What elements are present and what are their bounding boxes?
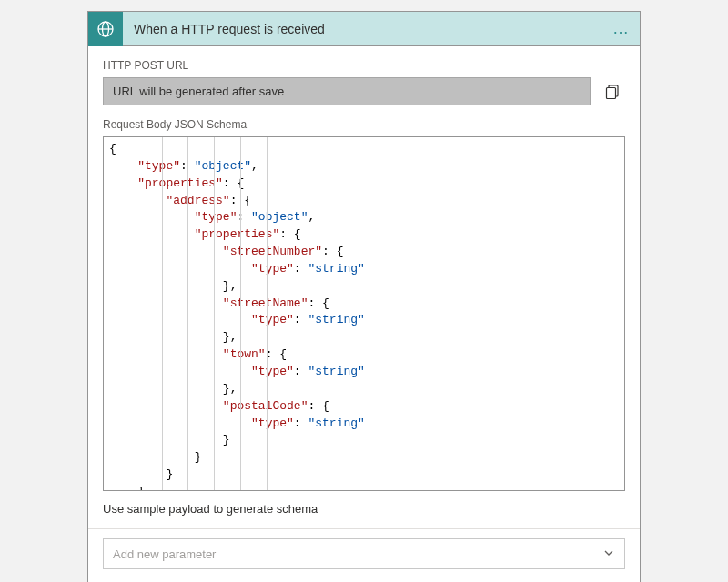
- card-title: When a HTTP request is received: [123, 22, 603, 36]
- copy-url-button[interactable]: [600, 77, 625, 105]
- trigger-card: When a HTTP request is received … HTTP P…: [87, 11, 641, 582]
- card-header[interactable]: When a HTTP request is received …: [88, 12, 640, 46]
- add-param-placeholder: Add new parameter: [113, 547, 216, 561]
- use-sample-payload-link[interactable]: Use sample payload to generate schema: [103, 502, 625, 516]
- globe-icon: [96, 20, 115, 38]
- copy-icon: [604, 84, 621, 100]
- json-schema-editor[interactable]: { "type": "object", "properties": { "add…: [103, 136, 625, 491]
- divider: [88, 528, 640, 529]
- card-menu-button[interactable]: …: [603, 19, 640, 38]
- card-body: HTTP POST URL URL will be generated afte…: [88, 46, 640, 582]
- url-label: HTTP POST URL: [103, 59, 625, 72]
- schema-label: Request Body JSON Schema: [103, 118, 625, 131]
- svg-rect-4: [607, 87, 616, 98]
- trigger-icon-box: [88, 12, 123, 46]
- http-post-url-field: URL will be generated after save: [103, 77, 591, 105]
- add-new-parameter-dropdown[interactable]: Add new parameter: [103, 538, 625, 569]
- chevron-down-icon: [602, 547, 615, 562]
- url-row: URL will be generated after save: [103, 77, 625, 105]
